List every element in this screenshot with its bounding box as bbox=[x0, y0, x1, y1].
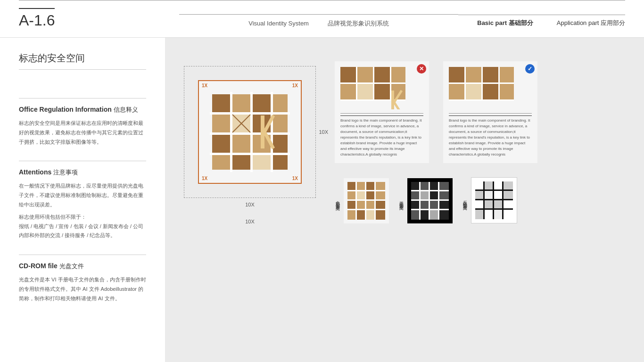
main-logo-svg bbox=[210, 92, 290, 172]
svg-rect-116 bbox=[504, 210, 513, 219]
wrong-example-box: ✕ bbox=[335, 61, 429, 163]
svg-rect-40 bbox=[391, 90, 394, 109]
svg-rect-54 bbox=[449, 82, 514, 84]
correct-logo-svg bbox=[449, 67, 529, 109]
svg-rect-30 bbox=[391, 67, 405, 82]
color-panel-label: 色彩稿安全空间 bbox=[335, 197, 341, 204]
svg-rect-114 bbox=[485, 210, 493, 219]
svg-rect-57 bbox=[357, 182, 365, 190]
svg-rect-80 bbox=[430, 182, 438, 190]
correct-example-box: ✓ bbox=[443, 61, 537, 163]
nav-basic[interactable]: Basic part 基础部分 bbox=[477, 19, 533, 27]
bw-panel: 墨稿安全空间 bbox=[398, 178, 453, 223]
svg-rect-24 bbox=[261, 115, 264, 148]
svg-rect-16 bbox=[230, 92, 232, 172]
svg-rect-93 bbox=[439, 210, 449, 220]
section-cdrom: CD-ROM file 光盘文件 光盘文件是本 VI 手册电子文件的集合，内含手… bbox=[19, 255, 146, 303]
svg-rect-60 bbox=[347, 191, 355, 199]
corner-bl: 1X bbox=[202, 176, 207, 181]
svg-rect-102 bbox=[485, 181, 493, 189]
color-panel: 色彩稿安全空间 bbox=[335, 178, 389, 223]
svg-rect-91 bbox=[421, 210, 429, 220]
header-nav: Basic part 基础部分 Application part 应用部分 bbox=[458, 15, 625, 27]
svg-rect-50 bbox=[500, 84, 514, 99]
svg-rect-77 bbox=[347, 209, 385, 210]
svg-rect-27 bbox=[340, 67, 356, 82]
svg-rect-104 bbox=[504, 181, 513, 189]
section3-body: 光盘文件是本 VI 手册电子文件的集合，内含手册制作时的专用软件格式文件。其中 … bbox=[19, 275, 146, 303]
svg-rect-33 bbox=[374, 84, 390, 99]
svg-line-42 bbox=[394, 102, 402, 109]
corner-br: 1X bbox=[292, 176, 298, 181]
correct-example-panel: ✓ bbox=[443, 61, 537, 163]
svg-rect-56 bbox=[347, 182, 355, 190]
section2-body3: 报纸 / 电视广告 / 宣传 / 包装 / 会议 / 新闻发布会 / 公司内部和… bbox=[19, 222, 146, 241]
svg-rect-12 bbox=[212, 155, 230, 170]
header-top-line bbox=[19, 0, 625, 0]
svg-rect-86 bbox=[411, 201, 419, 209]
svg-rect-62 bbox=[366, 191, 374, 199]
size-label-bottom: 10X bbox=[245, 202, 255, 207]
svg-rect-71 bbox=[376, 210, 385, 220]
svg-rect-111 bbox=[494, 200, 502, 208]
section-attention: Attentions 注意事项 在一般情况下使用品牌标志，应尽量使用提供的光盘电… bbox=[19, 161, 146, 240]
svg-rect-112 bbox=[504, 200, 513, 208]
logo-demo-container: 10X 10X 1X 1X 1X 1X bbox=[184, 66, 316, 224]
svg-rect-89 bbox=[439, 201, 449, 209]
bw-panel-label: 墨稿安全空间 bbox=[398, 198, 405, 204]
header-titles: Visual Identity System 品牌视觉形象识别系统 bbox=[248, 19, 389, 28]
svg-rect-58 bbox=[366, 182, 374, 190]
correct-icon: ✓ bbox=[525, 64, 535, 74]
logo-main-box: 1X 1X 1X 1X bbox=[198, 80, 302, 184]
svg-rect-88 bbox=[430, 201, 438, 209]
svg-rect-70 bbox=[366, 210, 374, 220]
vi-title-cn: 品牌视觉形象识别系统 bbox=[328, 19, 389, 28]
svg-rect-83 bbox=[421, 191, 429, 199]
header-left: A-1.6 bbox=[19, 8, 179, 29]
right-panels: ✕ bbox=[335, 61, 625, 223]
svg-rect-92 bbox=[430, 210, 438, 220]
svg-rect-105 bbox=[475, 191, 483, 199]
svg-rect-45 bbox=[483, 67, 498, 82]
svg-rect-69 bbox=[357, 210, 365, 220]
svg-rect-81 bbox=[439, 182, 449, 190]
svg-rect-108 bbox=[504, 191, 513, 199]
section1-heading: Office Regulation Information 信息释义 bbox=[19, 98, 146, 114]
svg-rect-85 bbox=[439, 191, 449, 199]
svg-rect-121 bbox=[475, 199, 513, 200]
svg-rect-43 bbox=[449, 67, 464, 82]
header: A-1.6 Visual Identity System 品牌视觉形象识别系统 … bbox=[0, 0, 644, 38]
svg-rect-14 bbox=[253, 155, 271, 170]
wrong-logo-svg bbox=[340, 67, 421, 109]
section3-heading: CD-ROM file 光盘文件 bbox=[19, 255, 146, 271]
section-info: Office Regulation Information 信息释义 标志的安全… bbox=[19, 98, 146, 147]
svg-rect-11 bbox=[273, 135, 288, 153]
svg-rect-101 bbox=[475, 181, 483, 189]
svg-rect-47 bbox=[449, 84, 464, 99]
svg-rect-17 bbox=[250, 92, 253, 172]
svg-rect-98 bbox=[411, 199, 449, 201]
svg-rect-75 bbox=[347, 190, 385, 191]
vi-title-en: Visual Identity System bbox=[248, 20, 309, 27]
svg-rect-78 bbox=[411, 182, 419, 190]
svg-rect-29 bbox=[374, 67, 390, 82]
svg-rect-1 bbox=[232, 94, 250, 112]
wrong-example-panel: ✕ bbox=[335, 61, 429, 163]
svg-rect-2 bbox=[253, 94, 271, 112]
section1-body: 标志的安全空间是用来保证标志在应用时的清晰度和最好的视觉效果，避免标志在传播中与… bbox=[19, 119, 146, 147]
reverse-panel: 反白稿安全空间 bbox=[462, 177, 517, 223]
svg-rect-48 bbox=[466, 84, 481, 99]
nav-application[interactable]: Application part 应用部分 bbox=[557, 19, 625, 27]
section2-heading: Attentions 注意事项 bbox=[19, 161, 146, 177]
svg-rect-115 bbox=[494, 210, 502, 219]
bw-logo-small-svg bbox=[411, 182, 449, 220]
size-label-right: 10X bbox=[319, 129, 328, 135]
reverse-logo-box bbox=[471, 177, 517, 223]
svg-rect-79 bbox=[421, 182, 429, 190]
section2-body2: 标志使用环境包括但不限于： bbox=[19, 213, 146, 222]
svg-rect-99 bbox=[411, 209, 449, 210]
svg-rect-109 bbox=[475, 200, 483, 208]
svg-rect-49 bbox=[483, 84, 498, 99]
bw-logo-box bbox=[407, 178, 453, 223]
wrong-icon: ✕ bbox=[417, 64, 426, 74]
